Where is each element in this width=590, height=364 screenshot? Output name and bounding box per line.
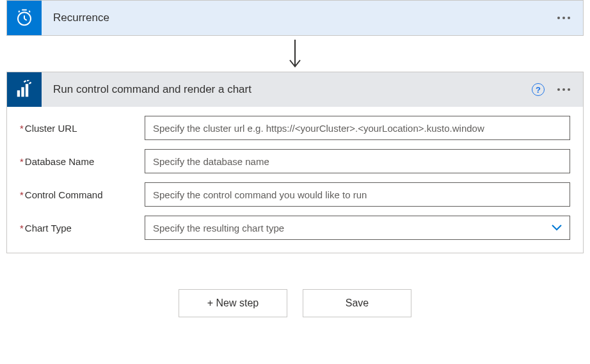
- database-name-input[interactable]: [145, 149, 570, 173]
- flow-arrow-icon: [0, 36, 590, 72]
- control-command-input[interactable]: [145, 182, 570, 207]
- action-body: *Cluster URL *Database Name *Control Com…: [7, 107, 583, 253]
- recurrence-header[interactable]: Recurrence: [7, 1, 583, 35]
- help-icon[interactable]: ?: [532, 83, 545, 96]
- schedule-icon: [7, 1, 42, 35]
- save-button[interactable]: Save: [303, 289, 411, 317]
- field-control-command: *Control Command: [20, 182, 570, 207]
- data-explorer-icon: [7, 72, 42, 107]
- svg-rect-10: [29, 82, 31, 84]
- recurrence-more-button[interactable]: [556, 12, 571, 24]
- svg-rect-5: [17, 90, 20, 97]
- action-card: Run control command and render a chart ?…: [6, 72, 584, 253]
- database-name-label: *Database Name: [20, 156, 145, 167]
- svg-rect-7: [26, 84, 28, 97]
- svg-rect-8: [24, 80, 26, 83]
- svg-rect-6: [21, 87, 24, 97]
- chart-type-label: *Chart Type: [20, 223, 145, 233]
- bottom-actions: + New step Save: [0, 289, 590, 317]
- action-more-button[interactable]: [556, 83, 571, 96]
- control-command-label: *Control Command: [20, 189, 145, 200]
- recurrence-card: Recurrence: [6, 0, 584, 36]
- svg-line-2: [24, 19, 27, 20]
- action-title: Run control command and render a chart: [42, 83, 532, 96]
- new-step-button[interactable]: + New step: [179, 289, 287, 317]
- action-header[interactable]: Run control command and render a chart ?: [7, 72, 583, 107]
- cluster-url-input[interactable]: [145, 116, 570, 140]
- field-cluster-url: *Cluster URL: [20, 116, 570, 140]
- field-chart-type: *Chart Type: [20, 216, 570, 240]
- recurrence-title: Recurrence: [42, 12, 556, 24]
- cluster-url-label: *Cluster URL: [20, 123, 145, 134]
- svg-rect-9: [27, 80, 29, 81]
- chart-type-select[interactable]: [145, 216, 570, 240]
- field-database-name: *Database Name: [20, 149, 570, 173]
